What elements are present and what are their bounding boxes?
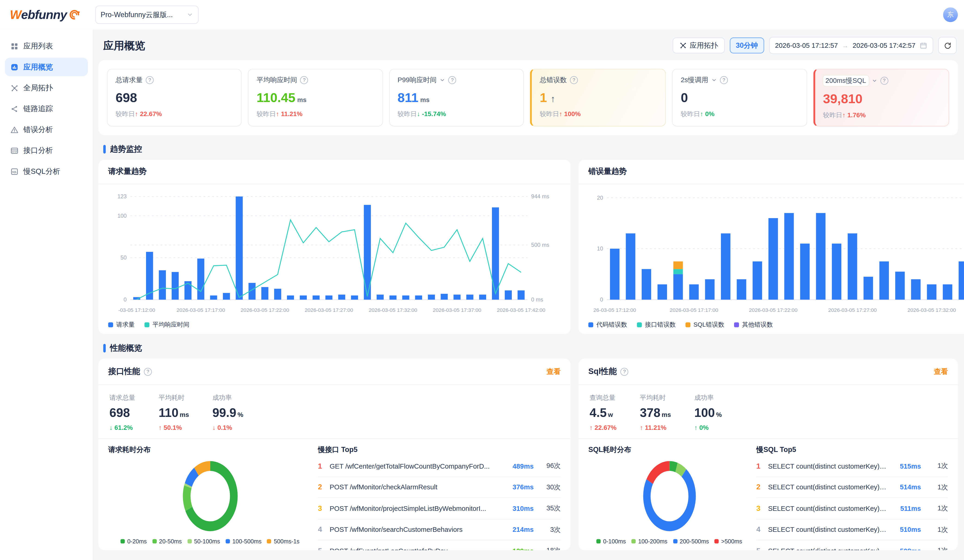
request-trend-legend: 请求量平均响应时间	[98, 319, 570, 334]
top5-row[interactable]: 4 POST /wfMonitor/searchCustomerBehavior…	[318, 519, 560, 541]
top5-row[interactable]: 5 POST /wfEvent/getLogCountInfoByDay 129…	[318, 541, 560, 550]
avatar[interactable]: 东	[943, 7, 958, 22]
top5-row[interactable]: 4 SELECT count(distinct customerKey) as …	[756, 519, 948, 541]
help-icon[interactable]: ?	[146, 76, 154, 84]
top5-row[interactable]: 3 SELECT count(distinct customerKey) as …	[756, 498, 948, 519]
chevron-down-icon[interactable]	[871, 78, 877, 84]
svg-text:0: 0	[600, 296, 603, 303]
top5-count: 96次	[539, 461, 561, 471]
request-trend-chart[interactable]: 0501001230 ms500 ms944 ms-03-05 17:12:00…	[98, 184, 570, 319]
slow-sql-top5-title: 慢SQL Top5	[756, 445, 948, 454]
top5-row[interactable]: 1 SELECT count(distinct customerKey) as …	[756, 456, 948, 477]
top5-row[interactable]: 2 SELECT count(distinct customerKey) as …	[756, 477, 948, 498]
svg-text:2026-03-05 17:32:00: 2026-03-05 17:32:00	[907, 307, 956, 313]
webfunny-logo[interactable]: Webfunny	[10, 8, 80, 22]
sql-perf-card: Sql性能 ? 查看 查询总量 4.5w ↑ 22.67% 平均耗时 378ms…	[578, 359, 958, 550]
request-trend-title: 请求量趋势	[98, 160, 570, 184]
rank-badge: 1	[318, 462, 325, 470]
svg-text:26-03-05 17:12:00: 26-03-05 17:12:00	[593, 307, 636, 313]
chevron-down-icon[interactable]	[711, 77, 717, 83]
refresh-icon	[943, 42, 951, 50]
top5-count: 1次	[926, 525, 948, 534]
stat-delta: 较昨日↑ 11.21%	[256, 110, 374, 118]
date-range-picker[interactable]: 2026-03-05 17:12:57 → 2026-03-05 17:42:5…	[769, 37, 933, 54]
sql-view-link[interactable]: 查看	[934, 367, 948, 376]
stat-value: 0↑	[681, 90, 798, 105]
top5-text: POST /wfMonitor/searchCustomerBehaviors	[330, 526, 500, 533]
legend-item[interactable]: 代码错误数	[588, 321, 627, 329]
time-range-button[interactable]: 30分钟	[730, 37, 764, 53]
top5-row[interactable]: 2 POST /wfMonitor/checkAlarmResult 376ms…	[318, 477, 560, 498]
request-duration-donut[interactable]	[179, 457, 241, 538]
top5-row[interactable]: 1 GET /wfCenter/getTotalFlowCountByCompa…	[318, 456, 560, 477]
request-trend-card: 请求量趋势 0501001230 ms500 ms944 ms-03-05 17…	[98, 160, 570, 334]
legend-item[interactable]: SQL错误数	[686, 321, 725, 329]
main-content: 应用概览 应用拓扑 30分钟 2026-03-05 17:12:57	[93, 29, 964, 560]
up-arrow-icon: ↑	[550, 93, 555, 104]
legend-item[interactable]: 接口错误数	[637, 321, 676, 329]
help-icon[interactable]: ?	[620, 367, 629, 376]
legend-item[interactable]: 0-20ms	[120, 538, 147, 545]
help-icon[interactable]: ?	[144, 367, 152, 376]
legend-item[interactable]: 平均响应时间	[145, 321, 189, 329]
toolbar-controls: 应用拓扑 30分钟 2026-03-05 17:12:57 → 2026-03-…	[673, 37, 957, 54]
stat-delta: 较昨日↑ 22.67%	[116, 110, 233, 118]
legend-item[interactable]: 请求量	[108, 321, 135, 329]
top5-count: 1次	[926, 504, 948, 513]
legend-item[interactable]: 50-100ms	[187, 538, 220, 545]
error-trend-legend: 代码错误数接口错误数SQL错误数其他错误数	[578, 319, 964, 334]
sidebar-item-接口分析[interactable]: HTTP 接口分析	[5, 141, 88, 160]
webfunny-dashboard: Webfunny Pro-Webfunny云服版... 东 应用列表 应用概览 …	[0, 0, 964, 560]
sql-duration-donut[interactable]	[640, 457, 699, 538]
help-icon[interactable]: ?	[720, 76, 728, 84]
sidebar-item-慢SQL分析[interactable]: SQL 慢SQL分析	[5, 162, 88, 180]
help-icon[interactable]: ?	[300, 76, 308, 84]
sidebar-item-应用列表[interactable]: 应用列表	[5, 37, 88, 55]
error-trend-chart[interactable]: 0102026-03-05 17:12:002026-03-05 17:17:0…	[578, 184, 964, 319]
legend-item[interactable]: 100-500ms	[226, 538, 262, 545]
svg-text:2026-03-05 17:17:00: 2026-03-05 17:17:00	[176, 307, 225, 313]
legend-item[interactable]: 200-500ms	[673, 538, 709, 545]
legend-item[interactable]: 100-200ms	[632, 538, 668, 545]
legend-item[interactable]: 20-50ms	[152, 538, 182, 545]
trace-icon	[10, 105, 18, 113]
svg-text:0: 0	[124, 296, 127, 303]
interface-perf-title: 接口性能	[108, 366, 140, 377]
sidebar: 应用列表 应用概览 全局拓扑 链路追踪 错误分析 HTTP 接口分析 SQL 慢…	[0, 29, 93, 560]
chevron-down-icon[interactable]	[440, 77, 445, 83]
help-icon[interactable]: ?	[880, 77, 888, 85]
help-icon[interactable]: ?	[448, 76, 456, 84]
logo-swirl-icon	[68, 8, 80, 21]
sidebar-item-应用概览[interactable]: 应用概览	[5, 58, 88, 76]
top5-count: 3次	[539, 525, 561, 534]
top5-duration: 515ms	[892, 462, 921, 469]
sql-perf-title: Sql性能	[588, 366, 617, 377]
top5-row[interactable]: 5 SELECT count(distinct customerKey) as …	[756, 541, 948, 550]
stat-value: 110.45ms↑	[256, 90, 374, 105]
sql-duration-legend: 0-100ms100-200ms200-500ms>500ms	[588, 538, 750, 546]
top5-row[interactable]: 3 POST /wfMonitor/projectSimpleListByWeb…	[318, 498, 560, 519]
logo-text: ebfunny	[21, 8, 67, 22]
rank-badge: 2	[318, 483, 325, 492]
help-icon[interactable]: ?	[570, 76, 578, 84]
interface-view-link[interactable]: 查看	[547, 367, 560, 376]
stat-title: 2s慢调用	[681, 75, 708, 85]
sidebar-item-全局拓扑[interactable]: 全局拓扑	[5, 78, 88, 97]
sidebar-item-错误分析[interactable]: 错误分析	[5, 120, 88, 139]
top5-text: GET /wfCenter/getTotalFlowCountByCompany…	[330, 462, 500, 469]
app-selector[interactable]: Pro-Webfunny云服版...	[95, 5, 199, 24]
sidebar-item-链路追踪[interactable]: 链路追踪	[5, 99, 88, 118]
top5-duration: 129ms	[505, 547, 534, 550]
refresh-button[interactable]	[938, 37, 957, 54]
stat-delta: 较昨日↑ 0%	[681, 110, 798, 118]
date-start: 2026-03-05 17:12:57	[775, 42, 838, 49]
calendar-icon	[920, 42, 927, 49]
legend-item[interactable]: >500ms	[715, 538, 742, 545]
legend-item[interactable]: 500ms-1s	[267, 538, 300, 545]
app-topology-button[interactable]: 应用拓扑	[673, 37, 725, 53]
svg-text:2026-03-05 17:42:00: 2026-03-05 17:42:00	[497, 307, 546, 313]
svg-text:2026-03-05 17:32:00: 2026-03-05 17:32:00	[369, 307, 417, 313]
top5-duration: 511ms	[892, 505, 921, 512]
legend-item[interactable]: 其他错误数	[734, 321, 773, 329]
legend-item[interactable]: 0-100ms	[596, 538, 626, 545]
